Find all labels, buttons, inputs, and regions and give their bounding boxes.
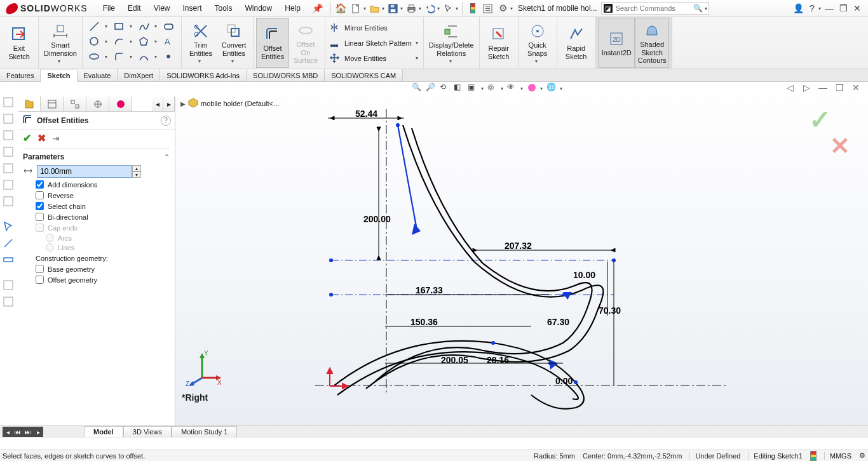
window-restore[interactable]: ❐ (838, 3, 848, 13)
bottom-tab-motion[interactable]: Motion Study 1 (172, 426, 237, 437)
view-minimize[interactable]: — (818, 83, 828, 93)
bottom-tab-3dviews[interactable]: 3D Views (123, 426, 172, 437)
repair-sketch-button[interactable]: Repair Sketch (482, 18, 515, 68)
print-icon[interactable] (405, 2, 418, 15)
fm-tab-dimxpert[interactable] (86, 97, 109, 111)
circle-icon[interactable] (89, 36, 100, 47)
convert-entities-button[interactable]: Convert Entities▾ (217, 18, 250, 68)
text-icon[interactable]: A (163, 36, 175, 47)
fm-tabs-right-icon[interactable]: ▸ (163, 97, 175, 111)
exit-sketch-button[interactable]: Exit Sketch (3, 18, 36, 68)
open-doc-icon[interactable] (369, 2, 381, 15)
vtb-sketch-icon[interactable] (3, 237, 15, 250)
vtb-icon-9[interactable] (3, 296, 15, 309)
pin-menu-icon[interactable]: 📌 (307, 3, 328, 13)
edit-appearance-icon[interactable] (527, 83, 538, 94)
status-units[interactable]: MMGS (824, 452, 851, 460)
tab-scroll-end[interactable]: ⏭ (23, 427, 33, 437)
help-icon[interactable]: ? (807, 3, 817, 13)
rapid-sketch-button[interactable]: Rapid Sketch (560, 18, 593, 68)
arc-icon[interactable] (114, 36, 125, 47)
bottom-tab-model[interactable]: Model (84, 426, 123, 437)
fm-tabs-left-icon[interactable]: ◂ (152, 97, 163, 111)
corner-rect-icon[interactable] (114, 20, 125, 32)
add-dimensions-checkbox[interactable]: Add dimensions (23, 179, 170, 190)
display-style-icon[interactable]: ◎ (487, 83, 499, 94)
tab-scroll-left[interactable]: ◂ (3, 427, 13, 437)
propmgr-cancel-icon[interactable]: ✖ (37, 132, 46, 144)
base-geometry-checkbox[interactable]: Base geometry (23, 264, 170, 274)
vtb-measure-icon[interactable] (3, 254, 15, 267)
propmgr-help-icon[interactable]: ? (161, 116, 171, 126)
view-prev-icon[interactable]: ◁ (785, 83, 795, 93)
bidirectional-checkbox[interactable]: Bi-directional (23, 211, 170, 222)
user-icon[interactable]: 👤 (793, 3, 803, 13)
new-doc-icon[interactable] (350, 2, 363, 15)
vtb-icon-7[interactable] (3, 196, 15, 208)
dim-150-36[interactable]: 150.36 (410, 317, 438, 327)
slot-icon[interactable] (163, 20, 175, 32)
move-entities-button[interactable]: Move Entities▾ (328, 51, 421, 66)
flyout-feature-tree[interactable]: ▶ mobile holder (Default<... (179, 97, 280, 110)
rebuild-traffic-icon[interactable] (466, 2, 479, 15)
home-icon[interactable]: 🏠 (335, 2, 348, 15)
vtb-icon-1[interactable] (3, 97, 15, 109)
distance-spin-up[interactable]: ▴ (132, 165, 141, 171)
trim-entities-button[interactable]: Trim Entities▾ (184, 18, 217, 68)
view-restore[interactable]: ❐ (834, 83, 844, 93)
offset-geometry-checkbox[interactable]: Offset geometry (23, 274, 170, 285)
polygon-icon[interactable] (139, 36, 150, 47)
window-minimize[interactable]: — (824, 3, 834, 13)
settings-gear-icon[interactable]: ⚙ (497, 2, 510, 15)
search-scope-icon[interactable]: ◪ (604, 4, 613, 13)
tab-sketch[interactable]: Sketch (41, 70, 77, 82)
plane-icon[interactable] (163, 51, 175, 62)
save-icon[interactable] (387, 2, 400, 15)
mirror-entities-button[interactable]: Mirror Entities (328, 20, 421, 36)
tab-scroll-right[interactable]: ▸ (33, 427, 43, 437)
tab-features[interactable]: Features (0, 69, 41, 81)
tab-evaluate[interactable]: Evaluate (78, 69, 118, 81)
line-tool-icon[interactable] (89, 20, 100, 32)
menu-insert[interactable]: Insert (177, 1, 208, 15)
view-close[interactable]: ✕ (851, 83, 861, 93)
propmgr-pushpin-icon[interactable]: ⇥ (52, 133, 60, 144)
point-icon[interactable] (139, 51, 150, 62)
offset-distance-input[interactable] (37, 165, 132, 178)
ellipse-icon[interactable] (89, 51, 100, 62)
propmgr-ok-icon[interactable]: ✔ (23, 132, 31, 144)
menu-edit[interactable]: Edit (121, 1, 147, 15)
offset-entities-button[interactable]: Offset Entities (256, 18, 289, 68)
menu-window[interactable]: Window (239, 1, 279, 15)
status-customize-icon[interactable]: ⚙ (859, 451, 865, 460)
zoom-fit-icon[interactable]: 🔍 (412, 83, 423, 94)
fm-tab-feature-tree[interactable] (18, 97, 41, 111)
select-icon[interactable] (442, 2, 455, 15)
instant2d-button[interactable]: 2D Instant2D (599, 18, 635, 68)
search-commands[interactable]: ◪ 🔍▾ (601, 2, 709, 15)
select-chain-checkbox[interactable]: Select chain (23, 201, 170, 211)
dim-10[interactable]: 10.00 (573, 270, 595, 280)
status-traffic-icon[interactable] (810, 451, 817, 461)
dim-52-44[interactable]: 52.44 (355, 109, 377, 119)
vtb-icon-8[interactable] (3, 279, 15, 292)
shaded-sketch-contours-button[interactable]: Shaded Sketch Contours (635, 18, 670, 68)
flyout-expand-icon[interactable]: ▶ (180, 100, 186, 107)
search-input[interactable] (614, 4, 691, 12)
tab-mbd[interactable]: SOLIDWORKS MBD (247, 69, 325, 81)
dim-167-33[interactable]: 167.33 (416, 285, 443, 295)
vtb-select-icon[interactable] (3, 221, 15, 234)
search-icon[interactable]: 🔍 (693, 4, 703, 13)
dim-28-16[interactable]: 28.16 (487, 355, 509, 365)
tab-dimxpert[interactable]: DimXpert (118, 69, 160, 81)
reverse-checkbox[interactable]: Reverse (23, 190, 170, 201)
menu-help[interactable]: Help (278, 1, 307, 15)
vtb-icon-3[interactable] (3, 130, 15, 142)
dim-67-30[interactable]: 67.30 (547, 317, 569, 327)
dim-70-30[interactable]: 70.30 (599, 305, 621, 316)
parameters-collapse-icon[interactable]: ⌃ (164, 153, 170, 161)
zoom-area-icon[interactable]: 🔎 (426, 83, 437, 94)
vtb-icon-5[interactable] (3, 163, 15, 175)
fm-tab-display-mgr[interactable] (109, 97, 132, 111)
quick-snaps-button[interactable]: Quick Snaps▾ (521, 18, 554, 68)
